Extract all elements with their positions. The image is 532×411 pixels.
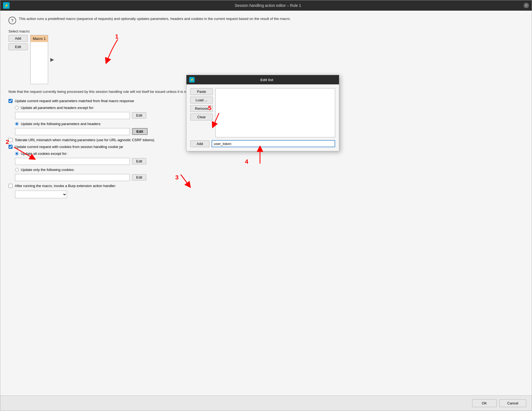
dialog-body: Paste Load ... Remove Clear Add	[186, 84, 339, 151]
dialog-clear-button[interactable]: Clear	[190, 114, 213, 120]
all-cookies-edit-button[interactable]: Edit	[132, 158, 146, 164]
dialog-title-bar: ⚡ Edit list	[186, 75, 339, 84]
only-cookies-input[interactable]	[15, 174, 130, 181]
after-macro-checkbox[interactable]	[8, 184, 13, 188]
after-macro-checkbox-row: After running the macro, invoke a Burp e…	[8, 184, 524, 188]
radio-only-cookies[interactable]	[15, 168, 19, 172]
only-params-edit-button[interactable]: Edit	[132, 128, 148, 135]
ok-button[interactable]: OK	[472, 399, 497, 407]
update-params-label: Update current request with parameters m…	[15, 99, 134, 103]
radio-all-params-label: Update all parameters and headers except…	[21, 106, 94, 110]
macro-arrow-icon: ▶	[50, 57, 54, 63]
radio-all-cookies-row: Update all cookies except for:	[15, 152, 524, 156]
bottom-bar: OK Cancel	[0, 395, 532, 411]
info-row: ? This action runs a predefined macro (s…	[8, 16, 524, 24]
cancel-button[interactable]: Cancel	[499, 399, 526, 407]
macro-buttons: Add Edit	[8, 35, 28, 50]
close-button[interactable]: ✕	[524, 3, 529, 8]
extension-handler-dropdown[interactable]	[15, 191, 67, 198]
all-cookies-input-row: Edit	[15, 158, 524, 165]
macro-add-button[interactable]: Add	[8, 35, 28, 42]
macro-edit-button[interactable]: Edit	[8, 43, 28, 50]
dialog-remove-button[interactable]: Remove	[190, 105, 213, 112]
only-params-input[interactable]	[15, 128, 130, 135]
radio-all-cookies-label: Update all cookies except for:	[21, 152, 68, 156]
after-macro-dropdown-row	[15, 191, 524, 198]
dialog-title: Edit list	[197, 78, 336, 82]
all-cookies-input[interactable]	[15, 158, 130, 165]
main-window: ⚡ Session handling action editor – Rule …	[0, 0, 532, 411]
radio-only-params[interactable]	[15, 122, 19, 126]
main-content: ? This action runs a predefined macro (s…	[0, 11, 532, 395]
tolerate-checkbox[interactable]	[8, 138, 13, 142]
radio-all-params[interactable]	[15, 106, 19, 110]
update-params-checkbox[interactable]	[8, 99, 13, 103]
radio-only-cookies-row: Update only the following cookies:	[15, 168, 524, 172]
update-cookies-checkbox[interactable]	[8, 145, 13, 149]
all-params-edit-button[interactable]: Edit	[132, 112, 146, 119]
only-cookies-edit-button[interactable]: Edit	[132, 174, 146, 181]
all-params-input[interactable]	[15, 112, 130, 119]
update-cookies-label: Update current request with cookies from…	[15, 145, 123, 149]
macro-list[interactable]: Macro 1	[30, 35, 48, 84]
dialog-add-input[interactable]	[212, 140, 335, 147]
after-macro-label: After running the macro, invoke a Burp e…	[15, 184, 116, 188]
select-macro-label: Select macro:	[8, 29, 524, 33]
dialog-paste-button[interactable]: Paste	[190, 88, 213, 95]
burp-icon: ⚡	[3, 2, 10, 9]
window-title: Session handling action editor – Rule 1	[12, 3, 524, 8]
info-text: This action runs a predefined macro (seq…	[19, 16, 291, 22]
dialog-add-row: Add	[190, 140, 335, 147]
dialog-add-button[interactable]: Add	[190, 140, 209, 147]
dialog-action-buttons: Paste Load ... Remove Clear	[190, 88, 213, 137]
tolerate-label: Tolerate URL mismatch when matching para…	[15, 138, 154, 142]
radio-only-cookies-label: Update only the following cookies:	[21, 168, 75, 172]
dialog-load-button[interactable]: Load ...	[190, 97, 213, 104]
title-bar: ⚡ Session handling action editor – Rule …	[0, 0, 532, 11]
dialog-list-area[interactable]	[215, 88, 335, 137]
only-cookies-input-row: Edit	[15, 174, 524, 181]
radio-all-cookies[interactable]	[15, 152, 19, 155]
macro-item[interactable]: Macro 1	[31, 35, 48, 42]
info-icon: ?	[8, 17, 16, 24]
edit-list-dialog: ⚡ Edit list Paste Load ... Remove Clear …	[186, 75, 339, 151]
dialog-icon: ⚡	[189, 77, 195, 82]
radio-only-params-label: Update only the following parameters and…	[21, 122, 101, 126]
dialog-main-row: Paste Load ... Remove Clear	[190, 88, 335, 137]
